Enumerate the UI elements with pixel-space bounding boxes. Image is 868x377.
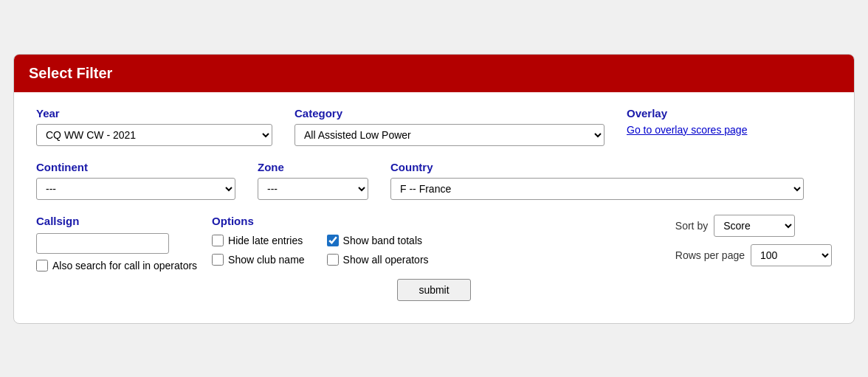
category-select[interactable]: All Assisted Low Power All Single Op All…: [294, 124, 604, 146]
year-select[interactable]: CQ WW CW - 2021 CQ WW CW - 2020 CQ WW CW…: [36, 124, 272, 146]
sort-rows-section: Sort by Score Call QSOs Multipliers Rows…: [675, 215, 832, 266]
year-group: Year CQ WW CW - 2021 CQ WW CW - 2020 CQ …: [36, 107, 272, 146]
hide-late-entries-row: Hide late entries: [212, 235, 305, 246]
country-select[interactable]: --- F -- France DL -- Germany G -- Engla…: [390, 178, 804, 200]
show-all-operators-checkbox[interactable]: [327, 254, 339, 266]
rows-per-page-label: Rows per page: [675, 249, 745, 261]
callsign-section: Callsign Also search for call in operato…: [36, 215, 197, 271]
card-title: Select Filter: [29, 65, 112, 81]
show-band-totals-checkbox[interactable]: [327, 235, 339, 246]
card-header: Select Filter: [14, 55, 854, 92]
overlay-group: Overlay Go to overlay scores page: [627, 107, 747, 136]
continent-select[interactable]: --- Africa Asia Europe North America Sou…: [36, 178, 235, 200]
also-search-checkbox[interactable]: [36, 260, 48, 271]
also-search-label: Also search for call in operators: [52, 260, 197, 271]
show-club-name-row: Show club name: [212, 254, 305, 266]
overlay-link[interactable]: Go to overlay scores page: [627, 124, 747, 136]
callsign-label: Callsign: [36, 215, 197, 227]
country-group: Country --- F -- France DL -- Germany G …: [390, 161, 804, 200]
row-continent-zone-country: Continent --- Africa Asia Europe North A…: [36, 161, 832, 200]
show-band-totals-row: Show band totals: [327, 235, 429, 246]
callsign-input[interactable]: [36, 233, 169, 254]
filter-card: Select Filter Year CQ WW CW - 2021 CQ WW…: [13, 54, 855, 324]
continent-group: Continent --- Africa Asia Europe North A…: [36, 161, 235, 200]
sort-select[interactable]: Score Call QSOs Multipliers: [714, 215, 795, 237]
submit-button[interactable]: submit: [397, 279, 470, 301]
category-group: Category All Assisted Low Power All Sing…: [294, 107, 604, 146]
sort-label: Sort by: [675, 220, 708, 232]
options-section: Options Hide late entries Show club name: [212, 215, 428, 266]
show-all-operators-row: Show all operators: [327, 254, 429, 266]
options-col-right: Show band totals Show all operators: [327, 235, 429, 266]
options-cols: Hide late entries Show club name Show ba…: [212, 235, 428, 266]
show-band-totals-label: Show band totals: [343, 235, 422, 246]
options-col-left: Hide late entries Show club name: [212, 235, 305, 266]
zone-select[interactable]: --- 1 14 27: [258, 178, 368, 200]
show-all-operators-label: Show all operators: [343, 254, 429, 266]
show-club-name-checkbox[interactable]: [212, 254, 224, 266]
hide-late-entries-checkbox[interactable]: [212, 235, 224, 246]
overlay-label: Overlay: [627, 107, 747, 120]
row-callsign-options: Callsign Also search for call in operato…: [36, 215, 832, 271]
rows-per-page-row: Rows per page 25 50 100 200: [675, 244, 832, 266]
also-search-row: Also search for call in operators: [36, 260, 197, 271]
hide-late-entries-label: Hide late entries: [228, 235, 303, 246]
options-label: Options: [212, 215, 428, 227]
row-year-category: Year CQ WW CW - 2021 CQ WW CW - 2020 CQ …: [36, 107, 832, 146]
continent-label: Continent: [36, 161, 235, 173]
card-body: Year CQ WW CW - 2021 CQ WW CW - 2020 CQ …: [14, 92, 854, 323]
year-label: Year: [36, 107, 272, 120]
show-club-name-label: Show club name: [228, 254, 305, 266]
sort-row: Sort by Score Call QSOs Multipliers: [675, 215, 832, 237]
rows-per-page-select[interactable]: 25 50 100 200: [751, 244, 832, 266]
category-label: Category: [294, 107, 604, 120]
country-label: Country: [390, 161, 804, 173]
zone-label: Zone: [258, 161, 368, 173]
submit-row: submit: [36, 279, 832, 301]
zone-group: Zone --- 1 14 27: [258, 161, 368, 200]
